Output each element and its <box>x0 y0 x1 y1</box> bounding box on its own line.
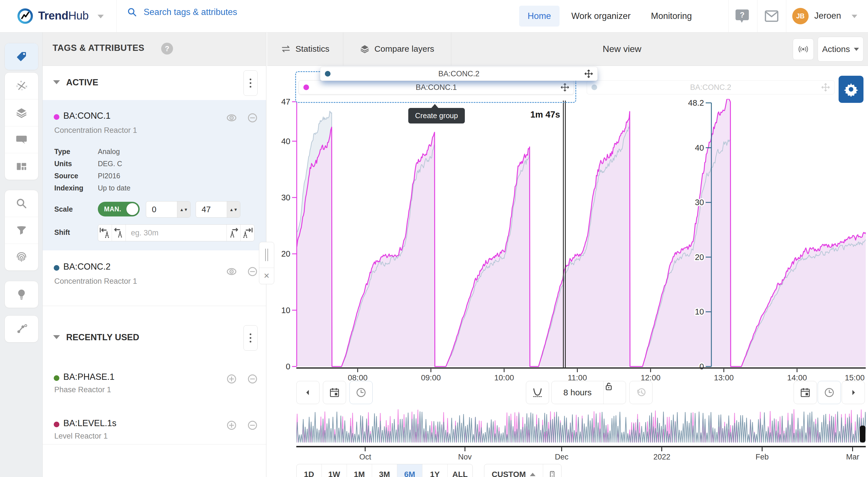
history-button[interactable] <box>629 381 653 404</box>
overview-strip[interactable] <box>296 409 866 443</box>
timeline-tick <box>561 447 562 451</box>
chart-settings-button[interactable] <box>839 76 864 103</box>
visibility-eye-icon[interactable] <box>226 266 238 278</box>
stepper-arrows-icon[interactable]: ▲▼ <box>227 201 240 217</box>
timeline-month-label: Mar <box>846 453 859 462</box>
dragged-tag-pill-conc2[interactable]: BA:CONC.2 <box>320 67 598 81</box>
nav-item-home[interactable]: Home <box>519 6 560 27</box>
zoom-preset-1m[interactable]: 1M <box>347 464 372 477</box>
user-name[interactable]: Jeroen <box>814 11 841 21</box>
collapse-caret-icon[interactable] <box>53 80 60 84</box>
dashboard-icon <box>15 160 28 173</box>
divider <box>451 32 451 66</box>
rail-item-comment[interactable] <box>5 126 38 153</box>
brand-light: Hub <box>68 9 89 22</box>
broadcast-icon <box>798 43 809 55</box>
detail-row: Type Analog <box>54 148 252 160</box>
tag-card-conc2[interactable]: BA:CONC.2 Concentration Reactor 1 <box>42 250 266 306</box>
zoom-preset-6m[interactable]: 6M <box>397 464 422 477</box>
recent-menu-button[interactable] <box>243 325 257 351</box>
remove-circle-icon[interactable] <box>247 266 258 278</box>
rail-item-dashboard[interactable] <box>5 153 38 180</box>
svg-text:10: 10 <box>695 307 704 316</box>
search-input[interactable]: Search tags & attributes <box>127 7 237 18</box>
custom-range-button[interactable]: CUSTOM <box>484 464 543 477</box>
scale-min-stepper[interactable]: 0 ▲▼ <box>146 201 191 218</box>
lane-header-conc1[interactable]: BA:CONC.1 <box>299 80 574 94</box>
panel-close-icon[interactable]: ✕ <box>259 268 274 284</box>
remove-circle-icon[interactable] <box>247 373 258 385</box>
mail-icon[interactable] <box>764 8 780 24</box>
time-range-button[interactable]: 8 hours <box>551 381 626 404</box>
shift-far-left-icon[interactable] <box>98 225 112 241</box>
rail-item-filter[interactable] <box>5 217 38 244</box>
rail-item-fingerprint[interactable] <box>5 244 38 271</box>
scale-max-stepper[interactable]: 47 ▲▼ <box>196 201 240 218</box>
rail-item-lightbulb[interactable] <box>5 281 38 308</box>
collapse-caret-icon[interactable] <box>53 335 60 339</box>
fit-range-button[interactable] <box>543 464 561 477</box>
panel-resize-handle[interactable] <box>259 242 274 268</box>
main-nav: HomeWork organizerMonitoring <box>518 6 702 27</box>
nav-item-work-organizer[interactable]: Work organizer <box>563 6 639 27</box>
brand-chevron-down-icon[interactable] <box>97 15 104 19</box>
create-group-tooltip: Create group <box>408 108 465 124</box>
statistics-button[interactable]: Statistics <box>267 32 343 66</box>
end-time-button[interactable] <box>818 381 841 404</box>
avatar[interactable]: JB <box>792 8 809 24</box>
start-time-button[interactable] <box>349 381 373 404</box>
tag-card-conc1[interactable]: BA:CONC.1 Concentration Reactor 1 Type A… <box>42 100 266 250</box>
pan-left-button[interactable] <box>296 381 319 404</box>
remove-circle-icon[interactable] <box>247 419 258 431</box>
remove-circle-icon[interactable] <box>247 112 258 124</box>
zoom-preset-3m[interactable]: 3M <box>372 464 397 477</box>
end-calendar-button[interactable] <box>794 381 817 404</box>
rail-item-tag[interactable] <box>5 43 38 70</box>
shift-far-right-icon[interactable] <box>240 225 254 241</box>
zoom-preset-1w[interactable]: 1W <box>321 464 347 477</box>
lane-label: BA:CONC.2 <box>587 83 834 92</box>
compare-layers-label: Compare layers <box>374 44 434 54</box>
help-icon[interactable]: ? <box>734 8 750 24</box>
scale-min-value: 0 <box>146 201 177 217</box>
move-icon[interactable] <box>560 83 570 92</box>
tag-color-dot <box>54 265 59 271</box>
actions-button[interactable]: Actions <box>818 37 864 62</box>
panel-help-icon[interactable]: ? <box>161 43 173 55</box>
shift-input[interactable]: eg. 30m <box>126 225 227 241</box>
tag-card-phase1[interactable]: BA:PHASE.1 Phase Reactor 1 <box>42 352 266 398</box>
zoom-preset-all[interactable]: ALL <box>447 464 472 477</box>
overview-timeline <box>296 446 866 447</box>
trendhub-app: TrendHub Search tags & attributes HomeWo… <box>0 0 868 477</box>
rail-item-connections[interactable] <box>5 316 38 342</box>
start-calendar-button[interactable] <box>323 381 346 404</box>
autoscale-curve-button[interactable] <box>526 381 549 404</box>
add-circle-icon[interactable] <box>226 419 238 431</box>
rail-item-calculations[interactable]: +÷−× <box>5 73 38 99</box>
lock-icon[interactable] <box>603 381 626 404</box>
zoom-preset-1d[interactable]: 1D <box>297 464 321 477</box>
active-menu-button[interactable] <box>243 70 257 96</box>
shift-left-icon[interactable] <box>112 225 126 241</box>
overview-range-handle[interactable] <box>860 425 865 443</box>
svg-text:09:00: 09:00 <box>421 373 441 382</box>
zoom-preset-1y[interactable]: 1Y <box>422 464 447 477</box>
tag-icon <box>15 50 28 63</box>
add-circle-icon[interactable] <box>226 373 238 385</box>
tag-card-level1s[interactable]: BA:LEVEL.1s Level Reactor 1 <box>42 398 266 444</box>
visibility-eye-icon[interactable] <box>226 112 238 124</box>
rail-item-layers[interactable] <box>5 99 38 126</box>
divider <box>117 0 117 32</box>
shift-right-icon[interactable] <box>227 225 240 241</box>
pan-right-button[interactable] <box>842 381 865 404</box>
stepper-arrows-icon[interactable]: ▲▼ <box>177 201 190 217</box>
scale-mode-toggle[interactable]: MAN. <box>98 202 140 217</box>
rail-item-search[interactable] <box>5 190 38 217</box>
move-icon[interactable] <box>584 69 593 78</box>
compare-layers-button[interactable]: Compare layers <box>343 32 451 66</box>
search-icon <box>127 7 137 18</box>
broadcast-button[interactable] <box>793 38 814 60</box>
user-chevron-down-icon[interactable] <box>851 15 857 18</box>
section-recent-header: RECENTLY USED <box>42 324 266 352</box>
nav-item-monitoring[interactable]: Monitoring <box>642 6 700 27</box>
